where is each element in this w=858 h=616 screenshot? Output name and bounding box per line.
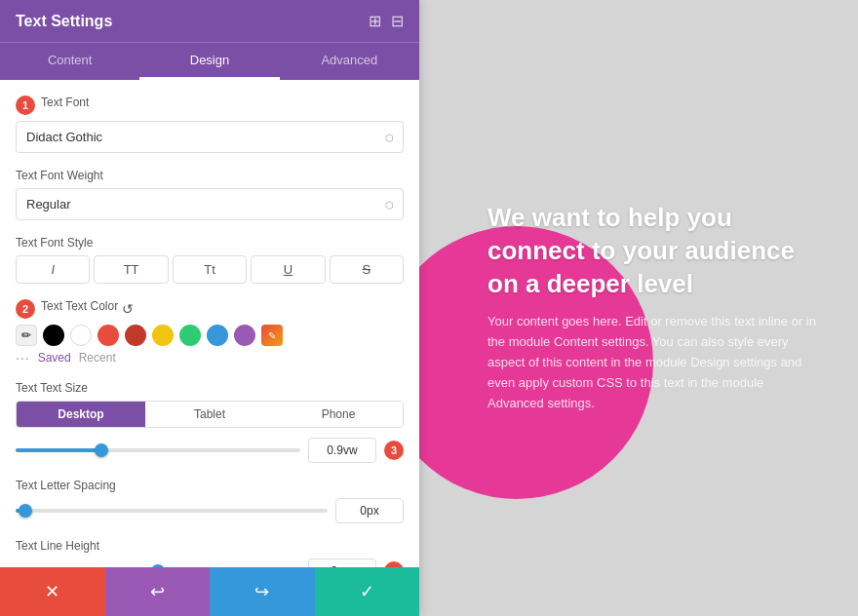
grid-icon[interactable]: ⊟ [391, 12, 404, 30]
tab-content[interactable]: Content [0, 43, 139, 80]
line-height-slider-row: 2em 4 [16, 558, 404, 567]
text-font-select-wrapper: Didact Gothic [16, 121, 404, 153]
panel-title: Text Settings [16, 13, 112, 30]
color-swatch-black[interactable] [43, 325, 64, 346]
style-strikethrough-btn[interactable]: S [330, 255, 404, 284]
letter-spacing-slider-row: 0px [16, 498, 404, 523]
letter-spacing-label: Text Letter Spacing [16, 479, 404, 492]
color-swatch-red[interactable] [98, 325, 119, 346]
device-tab-desktop[interactable]: Desktop [17, 402, 145, 427]
text-color-label-row: 2 Text Text Color ↺ [16, 299, 404, 319]
step-badge-2: 2 [16, 299, 35, 319]
style-uppercase-btn[interactable]: TT [94, 255, 168, 284]
color-swatch-purple[interactable] [234, 325, 255, 346]
style-italic-btn[interactable]: I [16, 255, 90, 284]
letter-spacing-group: Text Letter Spacing 0px [16, 479, 404, 523]
device-tab-tablet[interactable]: Tablet [145, 402, 274, 427]
preview-headline: We want to help you connect to your audi… [488, 202, 819, 300]
text-size-label: Text Text Size [16, 381, 404, 395]
recent-label[interactable]: Recent [79, 351, 116, 365]
step-badge-1: 1 [16, 96, 35, 115]
color-swatch-green[interactable] [179, 325, 201, 346]
text-size-fill [16, 448, 101, 452]
style-capitalize-btn[interactable]: Tt [173, 255, 247, 284]
letter-spacing-thumb[interactable] [19, 504, 32, 518]
device-tab-phone[interactable]: Phone [274, 402, 403, 427]
text-font-select[interactable]: Didact Gothic [16, 121, 404, 153]
bottom-toolbar: ✕ ↩ ↪ ✓ [0, 567, 419, 616]
text-font-style-group: Text Font Style I TT Tt U S [16, 236, 404, 284]
eyedropper-btn[interactable]: ✏ [16, 325, 37, 346]
line-height-value[interactable]: 2em [308, 558, 376, 567]
redo-button[interactable]: ↪ [210, 567, 315, 616]
saved-recent-row: ··· Saved Recent [16, 350, 404, 366]
text-size-group: Text Text Size Desktop Tablet Phone 0.9v… [16, 381, 404, 463]
panel-header-icons: ⊞ ⊟ [369, 12, 404, 30]
line-height-group: Text Line Height 2em 4 [16, 539, 404, 567]
text-font-style-label: Text Font Style [16, 236, 404, 250]
text-size-slider-row: 0.9vw 3 [16, 438, 404, 463]
color-swatches-row: ✏ ✎ [16, 325, 404, 346]
color-swatch-darkred[interactable] [125, 325, 146, 346]
panel-content: 1 Text Font Didact Gothic Text Font Weig… [0, 80, 419, 567]
color-gradient-btn[interactable]: ✎ [261, 325, 283, 346]
preview-text-area: We want to help you connect to your audi… [468, 182, 838, 433]
letter-spacing-track [16, 509, 328, 513]
more-dots-btn[interactable]: ··· [16, 350, 30, 366]
line-height-label: Text Line Height [16, 539, 404, 553]
letter-spacing-value[interactable]: 0px [335, 498, 404, 523]
text-font-weight-select-wrapper: Regular [16, 188, 404, 220]
text-size-track [16, 448, 300, 452]
color-reset-icon[interactable]: ↺ [122, 301, 134, 317]
text-size-thumb[interactable] [95, 443, 108, 457]
text-font-weight-select[interactable]: Regular [16, 188, 404, 220]
text-font-weight-group: Text Font Weight Regular [16, 169, 404, 220]
style-underline-btn[interactable]: U [251, 255, 325, 284]
panel-header: Text Settings ⊞ ⊟ [0, 0, 419, 42]
text-font-label: Text Font [41, 96, 89, 109]
text-size-value[interactable]: 0.9vw [308, 438, 376, 463]
save-button[interactable]: ✓ [315, 567, 420, 616]
saved-label[interactable]: Saved [38, 351, 71, 365]
tab-advanced[interactable]: Advanced [280, 43, 419, 80]
text-font-label-row: 1 Text Font [16, 96, 404, 115]
cancel-button[interactable]: ✕ [0, 567, 105, 616]
preview-body: Your content goes here. Edit or remove t… [488, 313, 819, 414]
settings-panel: Text Settings ⊞ ⊟ Content Design Advance… [0, 0, 419, 616]
text-color-group: 2 Text Text Color ↺ ✏ ✎ ··· Saved Recent [16, 299, 404, 366]
line-height-thumb[interactable] [151, 564, 165, 567]
text-color-label: Text Text Color [41, 299, 118, 313]
color-swatch-white[interactable] [70, 325, 92, 346]
text-font-weight-label: Text Font Weight [16, 169, 404, 182]
style-buttons: I TT Tt U S [16, 255, 404, 284]
device-tabs: Desktop Tablet Phone [16, 401, 404, 428]
undo-button[interactable]: ↩ [105, 567, 211, 616]
tab-design[interactable]: Design [139, 43, 279, 80]
preview-area: We want to help you connect to your audi… [419, 0, 858, 616]
expand-icon[interactable]: ⊞ [369, 12, 381, 30]
color-swatch-blue[interactable] [207, 325, 228, 346]
text-font-group: 1 Text Font Didact Gothic [16, 96, 404, 153]
step-badge-3: 3 [384, 441, 404, 460]
tabs: Content Design Advanced [0, 42, 419, 80]
color-swatch-yellow[interactable] [152, 325, 174, 346]
